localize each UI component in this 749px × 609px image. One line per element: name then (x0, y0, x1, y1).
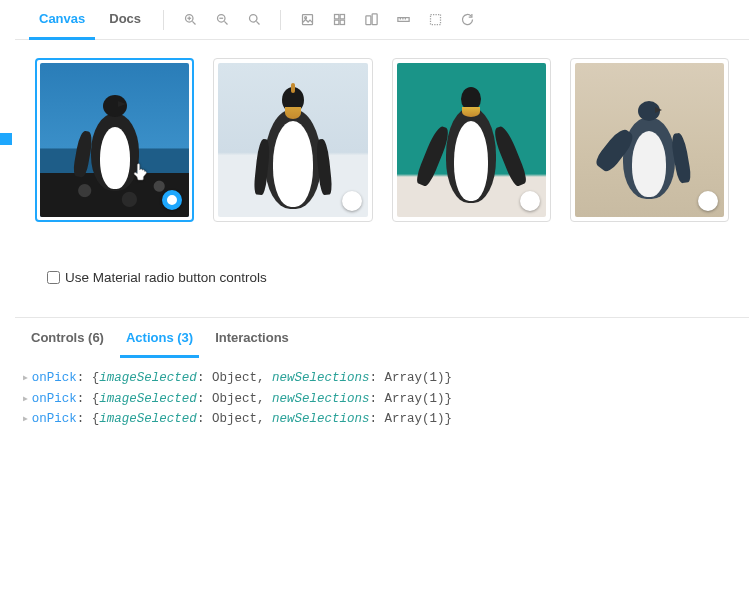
tab-actions[interactable]: Actions (3) (120, 318, 199, 358)
image-card[interactable] (35, 58, 194, 222)
tab-canvas[interactable]: Canvas (29, 0, 95, 40)
svg-rect-16 (372, 14, 377, 25)
chevron-right-icon: ▶ (23, 371, 28, 384)
zoom-reset-icon[interactable] (240, 6, 268, 34)
addons-tabs: Controls (6) Actions (3) Interactions (15, 318, 749, 358)
svg-rect-13 (334, 20, 338, 24)
svg-rect-21 (430, 15, 440, 25)
svg-rect-11 (334, 15, 338, 19)
svg-line-1 (192, 21, 195, 24)
svg-rect-12 (340, 15, 344, 19)
material-checkbox-row: Use Material radio button controls (35, 222, 729, 285)
svg-point-7 (249, 15, 257, 23)
material-checkbox[interactable] (47, 271, 60, 284)
canvas-area: Use Material radio button controls (15, 40, 749, 295)
viewport-mobile-icon[interactable] (357, 6, 385, 34)
svg-rect-9 (302, 15, 312, 25)
grid-icon[interactable] (325, 6, 353, 34)
top-toolbar: Canvas Docs (15, 0, 749, 40)
svg-point-10 (304, 17, 306, 19)
radio-unselected-icon (698, 191, 718, 211)
background-icon[interactable] (293, 6, 321, 34)
actions-log: ▶onPick: {imageSelected: Object, newSele… (15, 358, 749, 440)
toolbar-separator (163, 10, 164, 30)
tab-interactions[interactable]: Interactions (209, 318, 295, 358)
image-card[interactable] (213, 58, 372, 222)
svg-rect-14 (340, 20, 344, 24)
radio-unselected-icon (342, 191, 362, 211)
addons-panel: Controls (6) Actions (3) Interactions ▶o… (15, 317, 749, 440)
refresh-icon[interactable] (453, 6, 481, 34)
measure-icon[interactable] (389, 6, 417, 34)
zoom-in-icon[interactable] (176, 6, 204, 34)
svg-line-5 (224, 21, 227, 24)
toolbar-separator (280, 10, 281, 30)
chevron-right-icon: ▶ (23, 392, 28, 405)
image-card[interactable] (570, 58, 729, 222)
main-panel: Canvas Docs (15, 0, 749, 609)
svg-rect-15 (365, 16, 370, 25)
tab-docs[interactable]: Docs (99, 0, 151, 40)
log-entry[interactable]: ▶onPick: {imageSelected: Object, newSele… (23, 368, 741, 389)
log-entry[interactable]: ▶onPick: {imageSelected: Object, newSele… (23, 409, 741, 430)
sidebar-marker (0, 133, 12, 145)
zoom-out-icon[interactable] (208, 6, 236, 34)
material-checkbox-label: Use Material radio button controls (65, 270, 267, 285)
image-picker-row (35, 58, 729, 222)
log-entry[interactable]: ▶onPick: {imageSelected: Object, newSele… (23, 389, 741, 410)
tab-controls[interactable]: Controls (6) (25, 318, 110, 358)
svg-line-8 (256, 21, 259, 24)
image-card[interactable] (392, 58, 551, 222)
radio-unselected-icon (520, 191, 540, 211)
outline-icon[interactable] (421, 6, 449, 34)
chevron-right-icon: ▶ (23, 412, 28, 425)
